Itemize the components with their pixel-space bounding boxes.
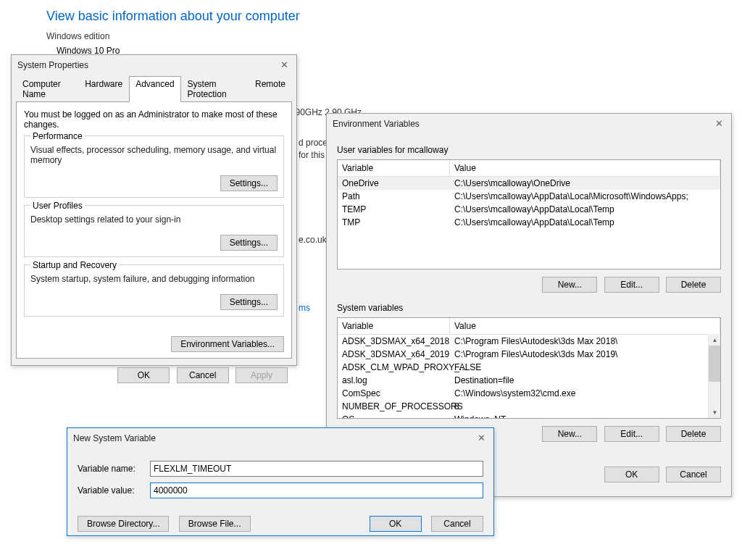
table-row[interactable]: asl.logDestination=file (338, 374, 720, 387)
system-delete-button[interactable]: Delete (666, 426, 721, 442)
system-edit-button[interactable]: Edit... (604, 426, 659, 442)
cell-variable: ComSpec (338, 387, 450, 400)
table-row[interactable]: OneDriveC:\Users\mcalloway\OneDrive (338, 177, 720, 190)
system-new-button[interactable]: New... (542, 426, 597, 442)
close-icon[interactable]: ✕ (712, 118, 725, 129)
table-row[interactable]: OSWindows_NT (338, 413, 720, 418)
scrollbar-thumb[interactable] (709, 346, 720, 382)
table-row[interactable]: ADSK_CLM_WPAD_PROXY_...FALSE (338, 361, 720, 374)
variable-value-input[interactable] (150, 482, 483, 498)
cell-value: C:\Program Files\Autodesk\3ds Max 2019\ (450, 348, 720, 361)
browse-directory-button[interactable]: Browse Directory... (78, 516, 169, 532)
apply-button[interactable]: Apply (235, 367, 288, 383)
dialog-footer: OK Cancel Apply (12, 363, 292, 388)
cancel-button[interactable]: Cancel (666, 467, 721, 482)
tab-remote[interactable]: Remote (249, 76, 292, 102)
tab-advanced[interactable]: Advanced (129, 76, 180, 102)
new-system-variable-dialog: New System Variable ✕ Variable name: Var… (67, 427, 494, 536)
table-header: Variable Value (338, 318, 720, 335)
cancel-button[interactable]: Cancel (431, 516, 483, 532)
table-row[interactable]: TEMPC:\Users\mcalloway\AppData\Local\Tem… (338, 203, 720, 216)
url-snippet: e.co.uk (299, 235, 327, 245)
startup-settings-button[interactable]: Settings... (220, 294, 278, 310)
th-value[interactable]: Value (450, 318, 720, 334)
cell-value: FALSE (450, 361, 720, 374)
scroll-down-icon[interactable]: ▼ (709, 406, 721, 418)
userprofiles-fieldset: User Profiles Desktop settings related t… (24, 205, 284, 257)
cell-value: C:\Users\mcalloway\AppData\Local\Temp (450, 216, 720, 229)
variable-name-input[interactable] (150, 461, 483, 477)
dialog-titlebar[interactable]: System Properties ✕ (12, 55, 296, 75)
close-icon[interactable]: ✕ (475, 432, 488, 443)
cell-variable: Path (338, 190, 450, 203)
tab-panel-advanced: You must be logged on as an Administrato… (16, 101, 292, 359)
table-header: Variable Value (338, 160, 720, 177)
dialog-title: New System Variable (73, 433, 156, 443)
system-info-background: View basic information about your comput… (46, 9, 300, 56)
performance-desc: Visual effects, processor scheduling, me… (30, 145, 278, 165)
cell-variable: ADSK_CLM_WPAD_PROXY_... (338, 361, 450, 374)
cell-value: C:\Users\mcalloway\OneDrive (450, 177, 720, 190)
cell-variable: ADSK_3DSMAX_x64_2018 (338, 335, 450, 348)
startup-title: Startup and Recovery (30, 260, 119, 270)
ok-button[interactable]: OK (604, 467, 659, 482)
system-vars-label: System variables (337, 303, 721, 313)
variable-name-label: Variable name: (78, 464, 150, 474)
close-icon[interactable]: ✕ (278, 59, 291, 70)
th-value[interactable]: Value (450, 160, 720, 176)
admin-note: You must be logged on as an Administrato… (24, 109, 284, 130)
performance-settings-button[interactable]: Settings... (220, 175, 278, 191)
tabs: Computer Name Hardware Advanced System P… (16, 76, 292, 102)
table-row[interactable]: TMPC:\Users\mcalloway\AppData\Local\Temp (338, 216, 720, 229)
userprofiles-settings-button[interactable]: Settings... (220, 235, 278, 251)
userprofiles-title: User Profiles (30, 201, 85, 211)
windows-edition-label: Windows edition (46, 31, 300, 41)
cell-variable: NUMBER_OF_PROCESSORS (338, 400, 450, 413)
ok-button[interactable]: OK (117, 367, 170, 383)
dialog-titlebar[interactable]: Environment Variables ✕ (327, 114, 731, 133)
cell-variable: ADSK_3DSMAX_x64_2019 (338, 348, 450, 361)
scroll-up-icon[interactable]: ▲ (709, 334, 721, 346)
tab-computer-name[interactable]: Computer Name (16, 76, 78, 102)
page-title: View basic information about your comput… (46, 9, 300, 24)
user-delete-button[interactable]: Delete (666, 277, 721, 293)
th-variable[interactable]: Variable (338, 160, 450, 176)
cell-value: 8 (450, 400, 720, 413)
user-edit-button[interactable]: Edit... (604, 277, 659, 293)
th-variable[interactable]: Variable (338, 318, 450, 334)
environment-variables-button[interactable]: Environment Variables... (171, 336, 284, 352)
performance-fieldset: Performance Visual effects, processor sc… (24, 135, 284, 198)
user-vars-table[interactable]: Variable Value OneDriveC:\Users\mcallowa… (337, 159, 721, 269)
table-row[interactable]: ADSK_3DSMAX_x64_2019C:\Program Files\Aut… (338, 348, 720, 361)
user-new-button[interactable]: New... (542, 277, 597, 293)
cell-value: C:\Program Files\Autodesk\3ds Max 2018\ (450, 335, 720, 348)
cell-value: C:\Users\mcalloway\AppData\Local\Temp (450, 203, 720, 216)
table-row[interactable]: NUMBER_OF_PROCESSORS8 (338, 400, 720, 413)
startup-desc: System startup, system failure, and debu… (30, 274, 278, 284)
dialog-titlebar[interactable]: New System Variable ✕ (67, 428, 493, 448)
variable-value-label: Variable value: (78, 485, 150, 496)
ms-snippet: ms (299, 303, 310, 313)
scrollbar[interactable]: ▲ ▼ (708, 334, 720, 418)
cell-variable: OneDrive (338, 177, 450, 190)
table-row[interactable]: PathC:\Users\mcalloway\AppData\Local\Mic… (338, 190, 720, 203)
dialog-title: Environment Variables (333, 119, 420, 129)
cell-variable: OS (338, 413, 450, 418)
system-properties-dialog: System Properties ✕ Computer Name Hardwa… (11, 54, 297, 366)
ok-button[interactable]: OK (370, 516, 422, 532)
table-row[interactable]: ComSpecC:\Windows\system32\cmd.exe (338, 387, 720, 400)
cell-variable: asl.log (338, 374, 450, 387)
browse-file-button[interactable]: Browse File... (179, 516, 251, 532)
cell-variable: TMP (338, 216, 450, 229)
cancel-button[interactable]: Cancel (177, 367, 229, 383)
user-vars-label: User variables for mcalloway (337, 145, 721, 155)
userprofiles-desc: Desktop settings related to your sign-in (30, 214, 278, 225)
table-row[interactable]: ADSK_3DSMAX_x64_2018C:\Program Files\Aut… (338, 335, 720, 348)
dialog-title: System Properties (17, 60, 88, 70)
system-vars-table[interactable]: Variable Value ADSK_3DSMAX_x64_2018C:\Pr… (337, 317, 721, 419)
cell-variable: TEMP (338, 203, 450, 216)
tab-hardware[interactable]: Hardware (78, 76, 129, 102)
cell-value: C:\Users\mcalloway\AppData\Local\Microso… (450, 190, 720, 203)
tab-system-protection[interactable]: System Protection (181, 76, 249, 102)
cell-value: Destination=file (450, 374, 720, 387)
